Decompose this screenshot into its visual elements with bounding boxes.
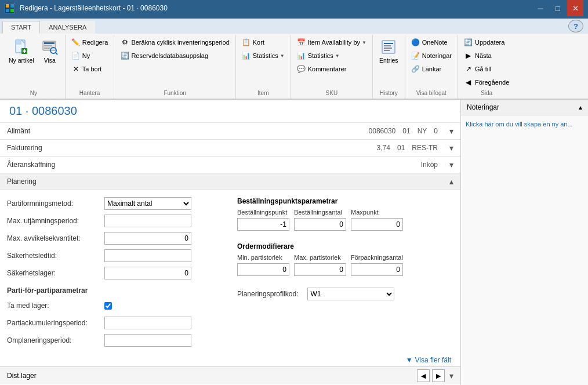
title-bar-text: Redigera - Lagerställeenhetskort - 01 · … <box>20 4 168 12</box>
section-fakturering[interactable]: Fakturering 3,74 01 RES-TR ▾ <box>0 140 460 157</box>
ta-med-lager-checkbox[interactable] <box>104 302 112 310</box>
uppdatera-icon: 🔄 <box>464 38 473 47</box>
sakerhetslager-label: Säkerhetslager: <box>7 269 100 277</box>
noteringar-ribbon-button[interactable]: 📝 Noteringar <box>409 49 454 62</box>
ordermod-section: Ordermodifierare Min. partistorlek Max. … <box>237 242 453 276</box>
ribbon-group-funktion-label: Funktion <box>118 89 231 97</box>
ga-till-button[interactable]: ↗ Gå till <box>462 63 493 75</box>
foregaende-label: Föregående <box>475 79 509 86</box>
min-partistorlek-input[interactable] <box>237 263 289 276</box>
uppdatera-button[interactable]: 🔄 Uppdatera <box>462 36 507 49</box>
svg-rect-11 <box>44 42 55 44</box>
ribbon-group-funktion: ⚙ Beräkna cyklisk inventeringsperiod 🔄 R… <box>114 35 235 99</box>
new-article-button[interactable]: Ny artikel <box>6 36 37 67</box>
ribbon-group-hantera-top: ✏️ Redigera 📄 Ny ✕ Ta bort <box>69 36 111 89</box>
tab-analysera[interactable]: ANALYSERA <box>40 21 95 34</box>
svg-rect-19 <box>384 48 392 49</box>
nasta-button[interactable]: ▶ Nästa <box>462 49 494 62</box>
section-allmant[interactable]: Allmänt 0086030 01 NY 0 ▾ <box>0 123 460 140</box>
visa-button[interactable]: Visa <box>38 36 61 66</box>
section-fakturering-values: 3,74 01 RES-TR ▾ <box>377 143 453 152</box>
bestallning-section: Beställningspunktsparametrar Beställning… <box>237 197 453 231</box>
visa-fler-section[interactable]: ▼ Visa fler fält <box>0 354 460 366</box>
partiack-label: Partiackumuleringsperiod: <box>7 319 100 327</box>
statistics-sku-label: Statistics <box>308 52 333 59</box>
sakerhetsledtid-input[interactable] <box>104 249 191 262</box>
entries-button[interactable]: Entries <box>376 36 401 66</box>
svg-rect-5 <box>16 40 21 45</box>
planeringsprofilkod-select[interactable]: W1 W2 W3 <box>307 288 394 300</box>
sakerhetslager-input[interactable] <box>104 267 191 279</box>
onenote-button[interactable]: 🔵 OneNote <box>409 36 450 49</box>
maxpunkt-input[interactable] <box>351 218 403 231</box>
app-logo <box>5 3 15 13</box>
reservdels-button[interactable]: 🔄 Reservdelsdatabasuppslag <box>118 49 210 62</box>
omplanering-input[interactable] <box>104 334 191 347</box>
bottom-icon-btn-2[interactable]: ▶ <box>432 369 445 382</box>
tab-start[interactable]: START <box>2 21 40 34</box>
notes-title: Noteringar <box>467 103 499 111</box>
svg-rect-16 <box>382 41 395 53</box>
max-partistorlek-input[interactable] <box>294 263 346 276</box>
maximize-button[interactable]: □ <box>550 0 566 16</box>
partiack-input[interactable] <box>104 317 191 329</box>
notes-create-link[interactable]: Klicka här om du vill skapa en ny an... <box>466 121 573 128</box>
ny-label: Ny <box>82 52 90 59</box>
foregaende-button[interactable]: ◀ Föregående <box>462 76 511 89</box>
planering-right: Beställningspunktsparametrar Beställning… <box>237 197 453 347</box>
bottom-icon-btn-1[interactable]: ◀ <box>417 369 430 382</box>
ny-button[interactable]: 📄 Ny <box>69 49 92 62</box>
help-button[interactable]: ? <box>568 20 583 32</box>
notes-content: Klicka här om du vill skapa en ny an... <box>461 115 588 133</box>
lankar-button[interactable]: 🔗 Länkar <box>409 63 444 75</box>
minimize-button[interactable]: ─ <box>532 0 549 16</box>
ribbon-group-sku-top: 📅 Item Availability by ▼ 📊 Statistics ▼ … <box>295 36 369 89</box>
section-allmant-values: 0086030 01 NY 0 ▾ <box>369 126 453 136</box>
bottom-section: Dist.lager ◀ ▶ ▾ <box>0 366 460 384</box>
lankar-icon: 🔗 <box>411 64 420 74</box>
redigera-label: Redigera <box>82 39 108 46</box>
section-ateranskaffning[interactable]: Återanskaffning Inköp ▾ <box>0 157 460 173</box>
max-avvikelse-input[interactable] <box>104 232 191 245</box>
min-partistorlek-label: Min. partistorlek <box>237 254 289 261</box>
ribbon-tab-bar: START ANALYSERA ? <box>0 19 588 34</box>
bestallningspunkt-label: Beställningspunkt <box>237 209 289 216</box>
omplanering-label: Omplaneringsperiod: <box>7 336 100 344</box>
redigera-button[interactable]: ✏️ Redigera <box>69 36 111 49</box>
ribbon-group-item: 📋 Kort 📊 Statistics ▼ Item <box>236 35 291 99</box>
statistics-item-button[interactable]: 📊 Statistics ▼ <box>239 49 287 62</box>
bestallningsantal-input[interactable] <box>294 218 346 231</box>
entries-label: Entries <box>379 57 398 64</box>
nasta-label: Nästa <box>475 52 492 59</box>
notes-collapse-icon[interactable]: ▴ <box>579 103 582 111</box>
ga-till-label: Gå till <box>475 66 491 72</box>
allmant-val4: 0 <box>434 127 438 135</box>
close-button[interactable]: ✕ <box>567 0 583 16</box>
kort-label: Kort <box>253 39 264 46</box>
kort-button[interactable]: 📋 Kort <box>239 36 267 49</box>
omplanering-row: Omplaneringsperiod: <box>7 334 223 347</box>
section-planering-header[interactable]: Planering ▴ <box>0 173 460 190</box>
noteringar-ribbon-label: Noteringar <box>422 52 452 59</box>
svg-rect-20 <box>384 50 390 51</box>
ateranskaffning-val1: Inköp <box>421 161 438 169</box>
forpackningsantal-input[interactable] <box>351 263 403 276</box>
section-allmant-title: Allmänt <box>7 127 30 135</box>
edit-icon: ✏️ <box>71 38 81 47</box>
forpackningsantal-label: Förpackningsantal <box>351 254 403 261</box>
title-bar-left: Redigera - Lagerställeenhetskort - 01 · … <box>5 3 168 13</box>
kommentarer-button[interactable]: 💬 Kommentarer <box>295 63 349 75</box>
item-availability-button[interactable]: 📅 Item Availability by ▼ <box>295 36 369 49</box>
ta-bort-button[interactable]: ✕ Ta bort <box>69 63 104 75</box>
visa-fler-label: Visa fler fält <box>415 356 451 364</box>
ribbon-group-sida-top: 🔄 Uppdatera ▶ Nästa ↗ Gå till ◀ Föregåen… <box>462 36 511 89</box>
berakna-button[interactable]: ⚙ Beräkna cyklisk inventeringsperiod <box>118 36 231 49</box>
partiformning-select[interactable]: Maximalt antal Fast orderkvantitet Parti… <box>104 197 191 210</box>
max-utjamning-input[interactable] <box>104 215 191 227</box>
statistics-sku-button[interactable]: 📊 Statistics ▼ <box>295 49 342 62</box>
bestallningspunkt-input[interactable] <box>237 218 289 231</box>
content-area: 01 · 0086030 Allmänt 0086030 01 NY 0 ▾ F… <box>0 100 460 385</box>
foregaende-icon: ◀ <box>464 78 473 87</box>
min-partistorlek-col: Min. partistorlek <box>237 254 289 276</box>
ribbon-group-sida-label: Sida <box>462 89 511 97</box>
